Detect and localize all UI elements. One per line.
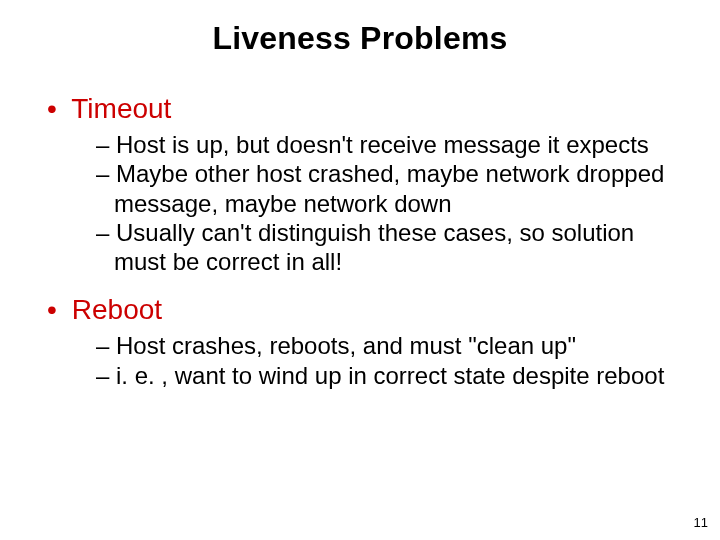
sub-item-text: i. e. , want to wind up in correct state… — [116, 362, 664, 389]
page-number: 11 — [694, 515, 708, 530]
sub-item-text: Host crashes, reboots, and must "clean u… — [116, 332, 576, 359]
dash-icon: – — [96, 160, 116, 187]
sub-item: – Host is up, but doesn't receive messag… — [96, 130, 680, 159]
slide: Liveness Problems • Timeout – Host is up… — [0, 0, 720, 540]
sub-item-text: Maybe other host crashed, maybe network … — [114, 160, 664, 216]
dash-icon: – — [96, 131, 116, 158]
dash-icon: – — [96, 362, 116, 389]
sub-list-reboot: – Host crashes, reboots, and must "clean… — [96, 331, 680, 390]
dash-icon: – — [96, 332, 116, 359]
dash-icon: – — [96, 219, 116, 246]
bullet-label: Reboot — [72, 294, 162, 325]
sub-item-text: Host is up, but doesn't receive message … — [116, 131, 649, 158]
bullet-dot-icon: • — [40, 296, 64, 324]
sub-item: – Usually can't distinguish these cases,… — [96, 218, 680, 277]
sub-list-timeout: – Host is up, but doesn't receive messag… — [96, 130, 680, 276]
bullet-reboot: • Reboot — [40, 292, 690, 327]
sub-item: – Host crashes, reboots, and must "clean… — [96, 331, 680, 360]
sub-item: – i. e. , want to wind up in correct sta… — [96, 361, 680, 390]
sub-item-text: Usually can't distinguish these cases, s… — [114, 219, 634, 275]
sub-item: – Maybe other host crashed, maybe networ… — [96, 159, 680, 218]
slide-title: Liveness Problems — [0, 0, 720, 75]
bullet-timeout: • Timeout — [40, 91, 690, 126]
slide-content: • Timeout – Host is up, but doesn't rece… — [0, 91, 720, 390]
bullet-label: Timeout — [71, 93, 171, 124]
bullet-dot-icon: • — [40, 95, 64, 123]
